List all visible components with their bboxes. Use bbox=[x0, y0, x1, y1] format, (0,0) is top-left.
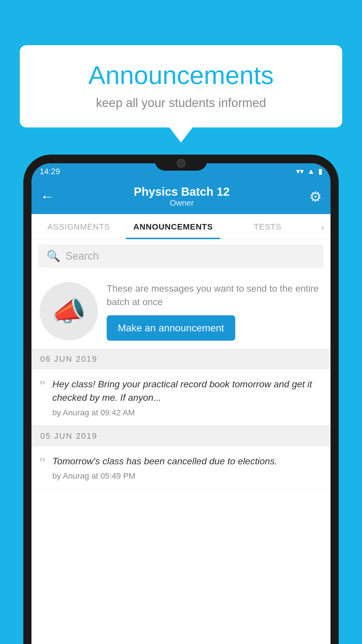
search-input[interactable]: Search bbox=[66, 250, 99, 262]
phone-screen: 14:29 ▾▾ ▲ ▮ ← Physics Batch 12 Owner ⚙ … bbox=[31, 163, 331, 644]
status-time: 14:29 bbox=[40, 167, 60, 176]
screen-content: 🔍 Search 📣 These are messages you want t… bbox=[31, 239, 331, 644]
tab-tests[interactable]: TESTS bbox=[220, 214, 315, 239]
phone-notch bbox=[155, 155, 207, 171]
tab-bar: ASSIGNMENTS ANNOUNCEMENTS TESTS › bbox=[31, 214, 331, 239]
quote-icon-1: " bbox=[40, 379, 45, 395]
search-input-wrap[interactable]: 🔍 Search bbox=[38, 244, 324, 268]
announcement-item-2[interactable]: " Tomorrow's class has been cancelled du… bbox=[31, 446, 331, 489]
speech-bubble: Announcements keep all your students inf… bbox=[20, 45, 342, 127]
date-label-2: 05 JUN 2019 bbox=[40, 431, 97, 440]
announcement-text-2: Tomorrow's class has been cancelled due … bbox=[52, 454, 322, 481]
date-separator-2: 05 JUN 2019 bbox=[31, 426, 331, 446]
back-button[interactable]: ← bbox=[40, 188, 54, 204]
quote-icon-2: " bbox=[40, 456, 45, 472]
header-title: Physics Batch 12 bbox=[134, 185, 230, 198]
bubble-subtitle: keep all your students informed bbox=[37, 96, 325, 110]
status-icons: ▾▾ ▲ ▮ bbox=[296, 167, 322, 176]
date-label-1: 06 JUN 2019 bbox=[40, 354, 97, 363]
announcement-item-1[interactable]: " Hey class! Bring your practical record… bbox=[31, 369, 331, 426]
date-separator-1: 06 JUN 2019 bbox=[31, 349, 331, 369]
header-title-block: Physics Batch 12 Owner bbox=[134, 185, 230, 208]
megaphone-circle: 📣 bbox=[40, 282, 98, 340]
tab-more[interactable]: › bbox=[315, 214, 331, 239]
bubble-title: Announcements bbox=[37, 61, 325, 90]
announcement-message-1: Hey class! Bring your practical record b… bbox=[52, 377, 322, 405]
header-subtitle: Owner bbox=[134, 198, 230, 208]
announcement-message-2: Tomorrow's class has been cancelled due … bbox=[52, 454, 322, 468]
signal-icon: ▲ bbox=[307, 167, 315, 176]
megaphone-icon: 📣 bbox=[52, 295, 86, 328]
tab-assignments[interactable]: ASSIGNMENTS bbox=[31, 214, 126, 239]
phone-camera bbox=[177, 159, 185, 168]
speech-bubble-section: Announcements keep all your students inf… bbox=[20, 45, 342, 127]
announcement-text-1: Hey class! Bring your practical record b… bbox=[52, 377, 322, 417]
search-icon: 🔍 bbox=[47, 250, 60, 262]
cta-description: These are messages you want to send to t… bbox=[107, 282, 322, 309]
announcement-cta: 📣 These are messages you want to send to… bbox=[31, 273, 331, 349]
settings-icon[interactable]: ⚙ bbox=[309, 188, 322, 205]
tab-announcements[interactable]: ANNOUNCEMENTS bbox=[126, 214, 220, 239]
announcement-by-2: by Anurag at 05:49 PM bbox=[52, 471, 322, 481]
wifi-icon: ▾▾ bbox=[296, 167, 304, 176]
search-bar-container: 🔍 Search bbox=[31, 239, 331, 273]
phone-frame: 14:29 ▾▾ ▲ ▮ ← Physics Batch 12 Owner ⚙ … bbox=[23, 155, 339, 644]
battery-icon: ▮ bbox=[318, 167, 322, 176]
app-header: ← Physics Batch 12 Owner ⚙ bbox=[31, 179, 331, 214]
make-announcement-button[interactable]: Make an announcement bbox=[107, 315, 235, 341]
announcement-by-1: by Anurag at 09:42 AM bbox=[52, 408, 322, 417]
cta-right: These are messages you want to send to t… bbox=[107, 282, 322, 341]
